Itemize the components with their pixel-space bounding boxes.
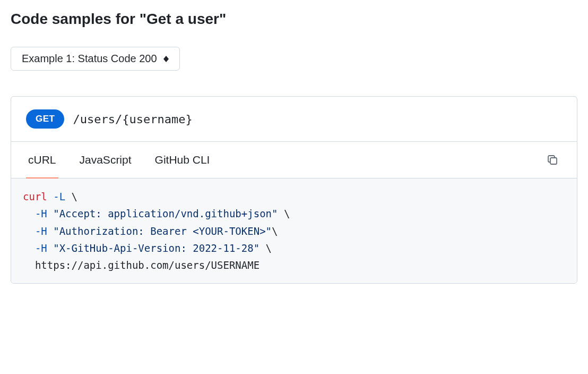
copy-icon bbox=[546, 154, 559, 166]
code-panel: GET /users/{username} cURL JavaScript Gi… bbox=[11, 96, 577, 284]
code-token-cmd: curl bbox=[23, 191, 47, 202]
code-token-url: https://api.github.com/users/USERNAME bbox=[23, 259, 260, 271]
svg-rect-0 bbox=[550, 158, 557, 164]
code-block: curl -L \ -H "Accept: application/vnd.gi… bbox=[11, 178, 577, 283]
page-title: Code samples for "Get a user" bbox=[11, 11, 577, 28]
tab-curl[interactable]: cURL bbox=[26, 142, 58, 178]
code-token-flag: -H bbox=[23, 225, 53, 237]
tab-javascript[interactable]: JavaScript bbox=[77, 142, 134, 178]
endpoint-path: /users/{username} bbox=[73, 113, 192, 126]
tabs: cURL JavaScript GitHub CLI bbox=[26, 142, 212, 178]
code-token-continuation: \ bbox=[72, 191, 77, 202]
code-token-continuation: \ bbox=[272, 225, 278, 237]
code-token-flag: -L bbox=[47, 191, 72, 202]
code-token-flag: -H bbox=[23, 208, 53, 219]
code-token-string: "Accept: application/vnd.github+json" bbox=[53, 208, 278, 219]
tab-github-cli[interactable]: GitHub CLI bbox=[153, 142, 212, 178]
code-token-continuation: \ bbox=[260, 242, 272, 254]
code-token-flag: -H bbox=[23, 242, 53, 254]
example-select[interactable]: Example 1: Status Code 200 bbox=[11, 47, 180, 71]
code-token-string: "X-GitHub-Api-Version: 2022-11-28" bbox=[53, 242, 260, 254]
endpoint-row: GET /users/{username} bbox=[11, 97, 577, 142]
code-token-continuation: \ bbox=[278, 208, 290, 219]
code-token-string: "Authorization: Bearer <YOUR-TOKEN>" bbox=[53, 225, 272, 237]
example-select-label: Example 1: Status Code 200 bbox=[22, 53, 157, 65]
tabs-row: cURL JavaScript GitHub CLI bbox=[11, 142, 577, 178]
copy-button[interactable] bbox=[543, 150, 562, 169]
select-arrows-icon bbox=[163, 56, 169, 62]
http-method-badge: GET bbox=[26, 109, 64, 129]
